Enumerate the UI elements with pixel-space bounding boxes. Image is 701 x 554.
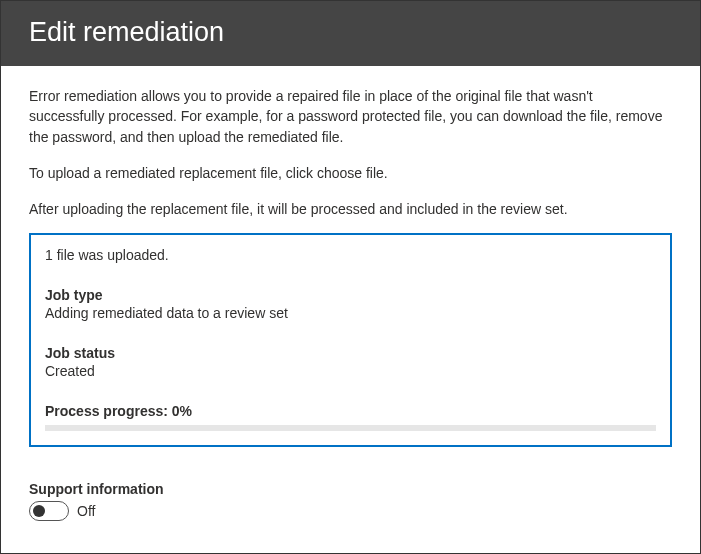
page-title: Edit remediation (29, 17, 672, 48)
job-status-value: Created (45, 363, 656, 379)
main-content: Error remediation allows you to provide … (1, 66, 700, 467)
support-toggle-row: Off (29, 501, 672, 521)
support-label: Support information (29, 481, 672, 497)
page-header: Edit remediation (1, 1, 700, 66)
support-toggle-state: Off (77, 503, 95, 519)
note-text: After uploading the replacement file, it… (29, 199, 672, 219)
support-section: Support information Off (1, 467, 700, 521)
support-toggle[interactable] (29, 501, 69, 521)
progress-bar (45, 425, 656, 431)
progress-label: Process progress: 0% (45, 403, 656, 419)
upload-message: 1 file was uploaded. (45, 247, 656, 263)
instruction-text: To upload a remediated replacement file,… (29, 163, 672, 183)
status-panel: 1 file was uploaded. Job type Adding rem… (29, 233, 672, 447)
job-status-label: Job status (45, 345, 656, 361)
job-type-label: Job type (45, 287, 656, 303)
job-type-value: Adding remediated data to a review set (45, 305, 656, 321)
description-text: Error remediation allows you to provide … (29, 86, 672, 147)
toggle-knob-icon (33, 505, 45, 517)
